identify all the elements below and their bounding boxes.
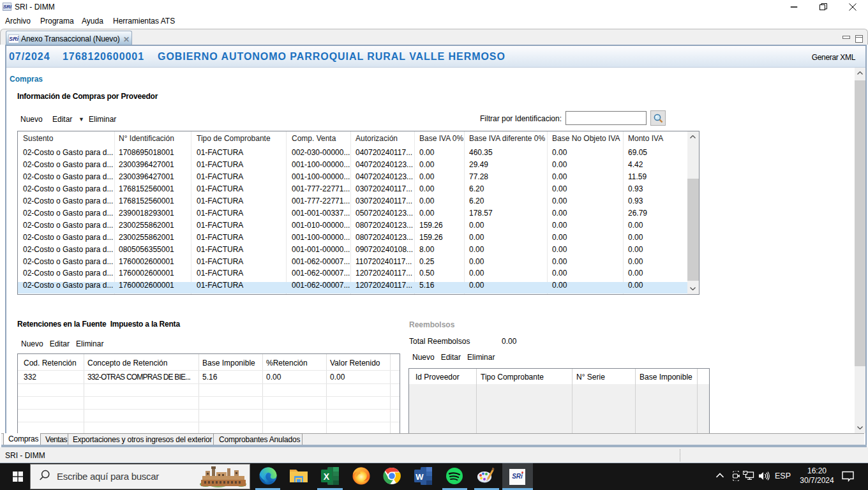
svg-text:W: W	[415, 472, 424, 482]
svg-text:X: X	[324, 471, 330, 482]
